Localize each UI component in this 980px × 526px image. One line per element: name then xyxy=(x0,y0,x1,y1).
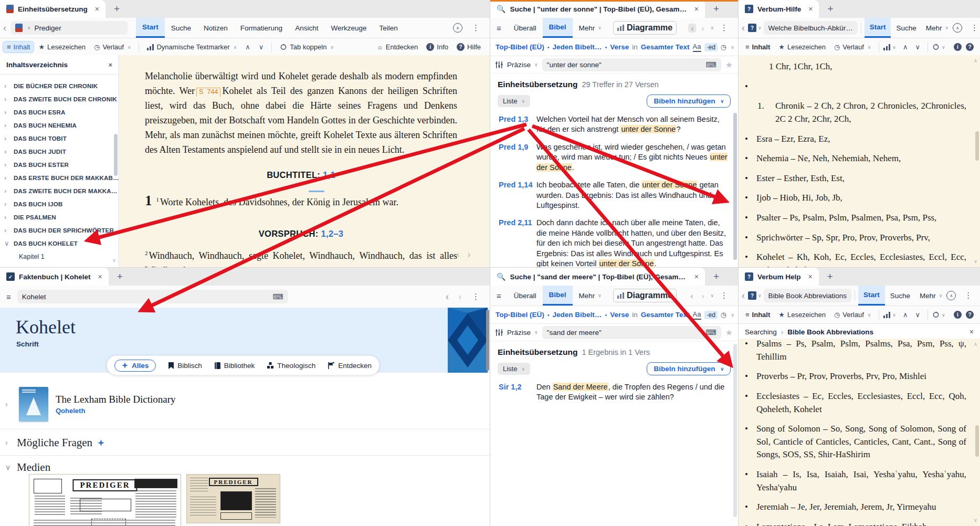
ribbon-tab-formatierung[interactable]: Formatierung xyxy=(234,18,289,38)
search-kind-mehr[interactable]: Mehr∨ xyxy=(573,18,608,38)
toc-item[interactable]: ›DAS BUCH DER SPRICHWÖRTER xyxy=(0,224,119,237)
scrollbar-thumb[interactable] xyxy=(975,131,979,161)
panel-menu-icon[interactable]: ⋮ xyxy=(716,291,733,300)
info-button[interactable]: i Info xyxy=(423,41,452,52)
search-mode-dropdown[interactable]: Präzise∨ xyxy=(507,329,538,336)
toc-item[interactable]: ›DAS BUCH TOBIT xyxy=(0,132,119,145)
help-search-input[interactable]: Welche Bibelbuch-Abkür… xyxy=(764,21,858,35)
search-kind-mehr[interactable]: Mehr∨ xyxy=(573,286,608,306)
forward-icon[interactable]: › xyxy=(698,24,707,32)
filter-entdecken[interactable]: Entdecken xyxy=(328,362,372,370)
new-tab-button[interactable]: + xyxy=(819,268,841,286)
back-icon[interactable]: ‹ xyxy=(739,291,748,300)
lesezeichen-button[interactable]: ★ Lesezeichen xyxy=(775,41,829,52)
scrollbar-thumb[interactable] xyxy=(733,344,737,517)
toc-item-kapitel-1[interactable]: Kapitel 1 xyxy=(0,250,119,263)
history-icon[interactable]: ◷ xyxy=(721,311,726,318)
page-nav[interactable]: ‹› xyxy=(456,248,478,261)
toc-item[interactable]: ›DAS BUCH JUDIT xyxy=(0,145,119,158)
add-bibles-button[interactable]: Bibeln hinzufügen∨ xyxy=(647,94,731,108)
scroll-up-icon[interactable]: ∧ xyxy=(974,341,977,347)
menu-icon[interactable]: ≡ xyxy=(490,292,508,300)
media-poster[interactable]: PREDIGER xyxy=(186,474,280,523)
lesezeichen-button[interactable]: ★ Lesezeichen xyxy=(35,41,89,52)
match-ending-toggle[interactable]: ·ed xyxy=(704,311,718,319)
forward-icon[interactable]: › xyxy=(455,292,465,301)
result-ref-link[interactable]: Pred 1,14 xyxy=(499,180,536,211)
scrollbar-thumb[interactable] xyxy=(114,134,118,176)
toc-item[interactable]: ›DAS BUCH ESRA xyxy=(0,106,119,119)
scroll-down-icon[interactable]: ∨ xyxy=(974,258,977,264)
collapse-ribbon-icon[interactable]: ∧ xyxy=(946,291,956,300)
help-icon[interactable]: ? xyxy=(966,43,974,51)
back-icon[interactable]: ‹ xyxy=(739,23,748,33)
match-ending-toggle[interactable]: ·ed xyxy=(704,43,718,51)
result-ref-link[interactable]: Pred 2,11 xyxy=(499,218,536,267)
match-case-toggle[interactable]: Aa xyxy=(693,310,701,320)
diagramme-button[interactable]: Diagramme xyxy=(613,289,677,302)
scope-range-link[interactable]: Jeden Bibelt… xyxy=(553,311,602,319)
filter-biblisch[interactable]: Biblisch xyxy=(168,362,202,370)
back-icon[interactable]: ‹ xyxy=(687,292,696,300)
lesezeichen-button[interactable]: ★ Lesezeichen xyxy=(775,309,829,320)
close-icon[interactable]: × xyxy=(808,5,813,13)
toc-item[interactable]: ›DIE PSALMEN xyxy=(0,211,119,224)
panel-menu-icon[interactable]: ⋮ xyxy=(468,292,484,301)
dictionary-result-row[interactable]: › The Lexham Bible Dictionary Qoheleth xyxy=(0,379,490,429)
menu-icon[interactable]: ≡ xyxy=(490,24,508,32)
prev-article-icon[interactable]: ∧ xyxy=(900,44,911,50)
hilfe-button[interactable]: ? Hilfe xyxy=(453,41,484,52)
help-search-input[interactable]: Bible Book Abbreviations xyxy=(764,289,851,302)
close-icon[interactable]: × xyxy=(694,5,699,13)
verse-reference-link[interactable]: 1,1 xyxy=(323,170,335,180)
expand-icon[interactable]: › xyxy=(5,400,12,408)
search-mode-dropdown[interactable]: Präzise∨ xyxy=(507,61,538,69)
info-icon[interactable]: i xyxy=(954,311,962,319)
panel-menu-icon[interactable]: ⋮ xyxy=(960,291,977,300)
scrollbar-thumb[interactable] xyxy=(975,425,979,457)
factbook-search-input[interactable]: Kohelet ⌨ xyxy=(17,290,288,303)
search-input[interactable]: "sand der meere" ⌨ xyxy=(542,326,721,339)
toc-item[interactable]: ›DAS ZWEITE BUCH DER CHRONIK xyxy=(0,92,119,106)
match-case-toggle[interactable]: Aa xyxy=(693,43,701,52)
search-kind-bibel[interactable]: Bibel xyxy=(543,286,573,306)
new-tab-button[interactable]: + xyxy=(819,0,841,18)
search-kind-bibel[interactable]: Bibel xyxy=(543,18,573,38)
ribbon-tab-start[interactable]: Start xyxy=(136,18,165,38)
help-tab-mehr[interactable]: Mehr∨ xyxy=(922,18,953,38)
back-icon[interactable]: ‹ xyxy=(442,292,452,301)
ribbon-tab-notizen[interactable]: Notizen xyxy=(197,18,234,38)
scroll-down-icon[interactable]: ∨ xyxy=(974,517,977,523)
history-icon[interactable]: ◷ xyxy=(721,44,726,50)
scrollbar-thumb[interactable] xyxy=(733,113,737,260)
scope-field-link[interactable]: Gesamter Text xyxy=(641,43,690,51)
help-tab-suche[interactable]: Suche xyxy=(885,286,915,306)
verlauf-button[interactable]: ◷ Verlauf ∨ xyxy=(830,309,874,320)
visual-filter-icon[interactable] xyxy=(883,312,890,318)
view-mode-dropdown[interactable]: Liste∨ xyxy=(498,95,530,107)
filters-icon[interactable] xyxy=(496,329,503,336)
menu-icon[interactable]: ≡ xyxy=(0,293,17,301)
panel-menu-icon[interactable]: ⋮ xyxy=(468,23,484,33)
next-article-icon[interactable]: ∨ xyxy=(912,311,923,318)
tab-faktenbuch[interactable]: ✓ Faktenbuch | Kohelet × xyxy=(0,268,109,286)
tab-search-unter-der-sonne[interactable]: 🔍 Suche | "unter der sonne" | Top-Bibel … xyxy=(490,0,705,18)
view-mode-dropdown[interactable]: Liste∨ xyxy=(498,363,530,375)
search-kind-ueberall[interactable]: Überall xyxy=(508,286,543,306)
link-panel-icon[interactable] xyxy=(932,44,940,50)
new-tab-button[interactable]: + xyxy=(705,0,728,18)
help-book-icon[interactable]: ? xyxy=(748,24,756,32)
save-search-star-icon[interactable]: ★ xyxy=(725,328,733,338)
verlauf-button[interactable]: ◷ Verlauf ∨ xyxy=(90,41,134,52)
scope-unit-link[interactable]: Verse xyxy=(610,311,629,319)
page-number-marker[interactable]: S 744 xyxy=(196,88,220,97)
panel-menu-icon[interactable]: ⋮ xyxy=(716,23,733,33)
scope-range-link[interactable]: Jeden Bibelt… xyxy=(553,43,602,51)
media-poster[interactable]: PREDIGER xyxy=(29,474,181,526)
dictionary-article-link[interactable]: Qoheleth xyxy=(56,407,175,415)
toc-item[interactable]: ›DAS BUCH IJOB xyxy=(0,197,119,211)
verse-reference-link[interactable]: 1,2–3 xyxy=(321,229,344,238)
scrollbar-thumb[interactable] xyxy=(486,310,489,371)
keyboard-icon[interactable]: ⌨ xyxy=(273,292,283,301)
toc-item[interactable]: ›DAS ZWEITE BUCH DER MAKKA… xyxy=(0,184,119,197)
